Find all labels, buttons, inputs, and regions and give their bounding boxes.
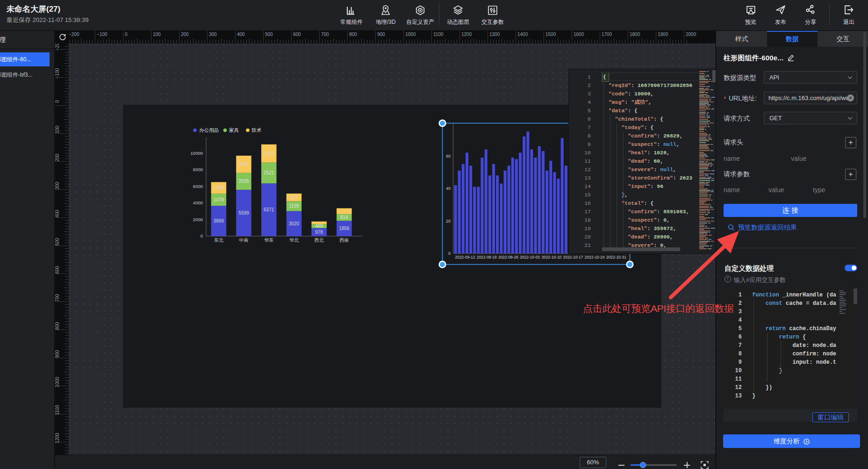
svg-text:814: 814: [340, 215, 348, 220]
svg-text:技术: 技术: [251, 127, 262, 133]
svg-text:2022-10-10: 2022-10-10: [541, 255, 561, 260]
svg-text:1199: 1199: [289, 203, 299, 209]
svg-text:2022-09-19: 2022-09-19: [477, 255, 497, 260]
svg-text:60: 60: [446, 154, 451, 159]
svg-text:6371: 6371: [264, 207, 274, 212]
svg-text:2521: 2521: [264, 170, 274, 175]
svg-text:1479: 1479: [214, 197, 224, 202]
svg-text:1384: 1384: [214, 185, 224, 190]
svg-text:西南: 西南: [339, 238, 349, 243]
svg-text:0: 0: [448, 251, 451, 256]
svg-text:2022-09-26: 2022-09-26: [498, 255, 518, 260]
svg-text:西北: 西北: [315, 238, 324, 243]
svg-text:5599: 5599: [238, 210, 249, 216]
svg-text:2022-10-17: 2022-10-17: [563, 255, 583, 260]
svg-text:2035: 2035: [238, 179, 249, 184]
svg-text:40: 40: [446, 186, 451, 191]
svg-text:东北: 东北: [214, 238, 224, 243]
svg-text:6000: 6000: [193, 184, 203, 189]
svg-text:2087: 2087: [238, 162, 249, 167]
svg-text:3020: 3020: [289, 221, 300, 226]
svg-text:中南: 中南: [239, 238, 249, 243]
svg-text:2022-09-12: 2022-09-12: [455, 255, 475, 260]
svg-text:2192: 2192: [264, 151, 274, 156]
svg-text:2022-10-31: 2022-10-31: [606, 255, 626, 260]
svg-text:20: 20: [446, 219, 451, 224]
svg-text:927: 927: [290, 195, 298, 200]
svg-text:3669: 3669: [214, 218, 224, 224]
svg-text:2022-10-03: 2022-10-03: [520, 255, 540, 260]
svg-text:1856: 1856: [339, 226, 350, 231]
svg-text:办公用品: 办公用品: [199, 127, 219, 133]
svg-text:10000: 10000: [191, 151, 203, 156]
svg-text:华北: 华北: [289, 238, 299, 243]
svg-text:2022-10-24: 2022-10-24: [585, 255, 605, 260]
svg-text:家具: 家具: [229, 127, 239, 133]
svg-text:468: 468: [315, 224, 323, 229]
svg-text:华东: 华东: [264, 238, 273, 243]
svg-text:978: 978: [315, 230, 323, 235]
svg-text:4000: 4000: [193, 200, 203, 205]
svg-text:8000: 8000: [193, 167, 203, 172]
svg-text:0: 0: [201, 233, 203, 238]
svg-text:2000: 2000: [193, 217, 203, 222]
